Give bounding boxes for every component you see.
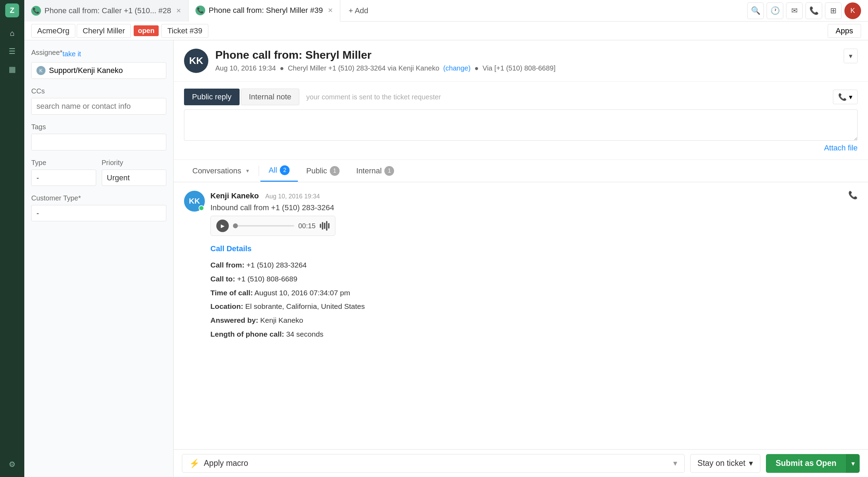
- public-reply-tab[interactable]: Public reply: [184, 89, 240, 105]
- apply-macro-button[interactable]: ⚡ Apply macro ▾: [182, 454, 685, 473]
- tab-separator: [259, 166, 259, 176]
- search-button[interactable]: 🔍: [747, 2, 764, 19]
- logo-text: Z: [10, 6, 14, 15]
- add-tab-label: + Add: [349, 6, 368, 15]
- tab-close-28[interactable]: ✕: [176, 7, 181, 15]
- ticket-header-right: ▾: [844, 49, 858, 63]
- reply-tabs: Public reply Internal note your comment …: [184, 89, 858, 105]
- tab-all[interactable]: All 2: [260, 160, 298, 182]
- status-badge: open: [134, 25, 159, 36]
- message-avatar: KK: [184, 191, 205, 212]
- tab-28[interactable]: 📞 Phone call from: Caller +1 (510... #28…: [24, 0, 189, 22]
- user-avatar[interactable]: K: [844, 2, 861, 19]
- call-to-value: +1 (510) 808-6689: [237, 275, 297, 283]
- tab-internal[interactable]: Internal 1: [348, 161, 402, 181]
- customer-type-select[interactable]: -: [31, 205, 166, 221]
- tab-all-label: All: [269, 166, 277, 175]
- assignee-field-group: Assignee* take it K Support/Kenji Kaneko: [31, 49, 166, 79]
- wave-bar-1: [320, 224, 321, 228]
- conversations-tabs: Conversations ▾ All 2 Public 1 Internal …: [174, 160, 868, 182]
- settings-icon[interactable]: ⚙: [5, 458, 19, 471]
- tab-39[interactable]: 📞 Phone call from: Sheryl Miller #39 ✕: [189, 0, 340, 22]
- message-phone-icon: 📞: [848, 191, 858, 200]
- tab-conversations[interactable]: Conversations ▾: [184, 161, 257, 181]
- tab-public-badge: 1: [330, 166, 340, 176]
- add-tab-button[interactable]: + Add: [340, 0, 377, 22]
- message-time: Aug 10, 2016 19:34: [265, 193, 320, 200]
- tab-label-39: Phone call from: Sheryl Miller #39: [209, 6, 323, 15]
- message-text: Inbound call from +1 (510) 283-3264: [210, 203, 843, 212]
- tab-internal-badge: 1: [384, 166, 394, 176]
- location-value: El sobrante, California, United States: [245, 302, 365, 310]
- sidebar: Z ⌂ ☰ ▦ ⚙: [0, 0, 24, 477]
- breadcrumb-org[interactable]: AcmeOrg: [31, 24, 75, 38]
- answered-by-value: Kenji Kaneko: [260, 316, 303, 324]
- reports-icon[interactable]: ▦: [5, 63, 19, 76]
- tags-label: Tags: [31, 123, 166, 131]
- sidebar-logo[interactable]: Z: [5, 3, 19, 17]
- priority-field-group: Priority Urgent: [102, 159, 167, 186]
- ticket-dropdown-button[interactable]: ▾: [844, 49, 858, 63]
- phone-button[interactable]: 📞: [806, 2, 822, 19]
- ccs-input[interactable]: [31, 98, 166, 115]
- wave-bar-3: [324, 223, 325, 229]
- play-button[interactable]: ▶: [216, 220, 229, 232]
- topbar: 📞 Phone call from: Caller +1 (510... #28…: [24, 0, 868, 22]
- topbar-right: 🔍 🕐 ✉ 📞 ⊞ K: [747, 2, 868, 19]
- time-of-call-label: Time of call:: [210, 289, 253, 297]
- tab-public[interactable]: Public 1: [298, 161, 348, 181]
- assignee-input[interactable]: K Support/Kenji Kaneko: [31, 62, 166, 79]
- stay-on-ticket-label: Stay on ticket: [698, 459, 745, 468]
- call-details-title[interactable]: Call Details: [210, 241, 843, 256]
- reply-textarea[interactable]: [184, 109, 858, 141]
- audio-scrubber[interactable]: [233, 223, 238, 228]
- message-body: Kenji Kaneko Aug 10, 2016 19:34 Inbound …: [210, 191, 843, 341]
- attach-file-link[interactable]: Attach file: [824, 143, 858, 152]
- home-icon[interactable]: ⌂: [5, 26, 19, 40]
- chat-button[interactable]: ✉: [786, 2, 803, 19]
- audio-progress-bar[interactable]: [233, 225, 294, 227]
- macro-label: Apply macro: [204, 459, 248, 468]
- tab-label-28: Phone call from: Caller +1 (510... #28: [44, 6, 171, 15]
- avatar-status-indicator: [199, 205, 204, 211]
- type-select[interactable]: -: [31, 170, 96, 186]
- tab-close-39[interactable]: ✕: [328, 7, 333, 14]
- stay-chevron-icon: ▾: [749, 459, 753, 468]
- lightning-icon: ⚡: [189, 459, 200, 468]
- customer-type-label: Customer Type*: [31, 194, 166, 202]
- right-panel: KK Phone call from: Sheryl Miller Aug 10…: [174, 40, 868, 477]
- ticket-change-link[interactable]: (change): [443, 64, 470, 72]
- tab-internal-label: Internal: [356, 166, 382, 175]
- bottom-bar: ⚡ Apply macro ▾ Stay on ticket ▾ Submit …: [174, 449, 868, 477]
- ccs-label: CCs: [31, 87, 166, 95]
- type-field-group: Type -: [31, 159, 96, 186]
- take-it-link[interactable]: take it: [62, 50, 81, 58]
- time-of-call-value: August 10, 2016 07:34:07 pm: [254, 289, 350, 297]
- tickets-icon[interactable]: ☰: [5, 44, 19, 58]
- submit-dropdown-button[interactable]: ▾: [846, 454, 860, 473]
- ticket-via: Via [+1 (510) 808-6689]: [483, 64, 556, 72]
- ticket-info: Phone call from: Sheryl Miller Aug 10, 2…: [215, 49, 556, 72]
- audio-waveform: [320, 221, 329, 231]
- call-details: Call Details Call from: +1 (510) 283-326…: [210, 241, 843, 341]
- stay-on-ticket-button[interactable]: Stay on ticket ▾: [690, 454, 760, 473]
- internal-note-tab[interactable]: Internal note: [241, 89, 299, 105]
- priority-label: Priority: [102, 159, 167, 167]
- reply-area: Public reply Internal note your comment …: [174, 82, 868, 160]
- reply-phone-button[interactable]: 📞 ▾: [833, 90, 858, 104]
- submit-button[interactable]: Submit as Open: [766, 454, 846, 473]
- wave-bar-2: [322, 222, 323, 230]
- breadcrumb-ticket[interactable]: Ticket #39: [161, 24, 208, 38]
- tags-input[interactable]: [31, 134, 166, 150]
- priority-select[interactable]: Urgent: [102, 170, 167, 186]
- assignee-value: Support/Kenji Kaneko: [49, 66, 123, 75]
- breadcrumb-contact[interactable]: Cheryl Miller: [77, 24, 131, 38]
- tags-field-group: Tags: [31, 123, 166, 150]
- clock-button[interactable]: 🕐: [767, 2, 783, 19]
- apps-button[interactable]: Apps: [828, 24, 861, 38]
- grid-button[interactable]: ⊞: [825, 2, 842, 19]
- call-to-row: Call to: +1 (510) 808-6689: [210, 272, 843, 286]
- ccs-field-group: CCs: [31, 87, 166, 115]
- breadcrumb: AcmeOrg Cheryl Miller open Ticket #39 Ap…: [24, 22, 868, 40]
- wave-bar-4: [326, 221, 327, 231]
